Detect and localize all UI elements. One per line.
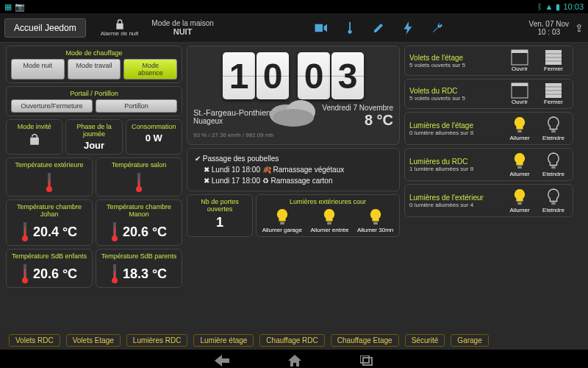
lights-off-button[interactable]: Eteindre <box>539 152 568 177</box>
svg-rect-36 <box>517 130 522 132</box>
unlock-icon <box>114 18 126 30</box>
bluetooth-icon: ᛒ <box>537 2 542 11</box>
home-label[interactable]: Accueil Jeedom <box>4 18 86 38</box>
svg-rect-24 <box>512 50 528 53</box>
consumption-box: Consommation 0 W <box>126 119 182 155</box>
back-icon[interactable] <box>215 355 229 367</box>
svg-rect-23 <box>373 222 378 224</box>
svg-rect-43 <box>363 358 372 365</box>
shutter-close-button[interactable]: Fermer <box>539 82 568 105</box>
guest-mode-box[interactable]: Mode invité <box>6 119 62 155</box>
svg-rect-2 <box>49 180 50 189</box>
header-date: Ven. 07 Nov 10 : 03 <box>529 20 569 36</box>
svg-rect-14 <box>24 269 26 280</box>
temp-salon-box: Température salon <box>96 158 182 197</box>
temp-johan-box: Température chambre Johan 20.4 °C <box>6 199 93 246</box>
clock-m2: 3 <box>331 52 364 99</box>
thermometer-icon <box>21 263 29 284</box>
svg-rect-11 <box>114 227 115 238</box>
tab-volets-etage[interactable]: Volets Etage <box>66 334 121 347</box>
gate-toggle-button[interactable]: Ouverture/Fermeture <box>11 99 93 113</box>
alarm-indicator[interactable]: Alarme de nuit <box>101 18 139 37</box>
tab-securite[interactable]: Sécurité <box>405 334 445 347</box>
shutter-close-button[interactable]: Fermer <box>539 49 568 72</box>
heating-work-button[interactable]: Mode travail <box>68 59 121 79</box>
panel-volets-rdc: Volets du RDC5 volets ouverts sur 5 Ouvr… <box>404 79 573 109</box>
thermometer-icon <box>111 222 118 242</box>
tab-lumieres-rdc[interactable]: Lumières RDC <box>126 334 188 347</box>
android-nav-bar <box>0 350 588 368</box>
bolt-header-icon[interactable] <box>404 21 412 35</box>
panel-volets-etage: Volets de l'étage5 volets ouverts sur 5 … <box>404 46 573 76</box>
temp-sdb-parents-box: Température SdB parents 18.3 °C <box>96 249 182 288</box>
svg-rect-37 <box>551 130 556 132</box>
tab-chauffage-rdc[interactable]: Chauffage RDC <box>259 334 324 347</box>
lights-on-button[interactable]: Allumer <box>505 188 534 213</box>
lights-on-button[interactable]: Allumer <box>505 116 534 141</box>
panel-lumieres-rdc: Lumières du RDC1 lumière allumées sur 8 … <box>404 148 573 181</box>
tab-volets-rdc[interactable]: Volets RDC <box>9 334 60 347</box>
gate-box: Portail / Portillon Ouverture/Fermeture … <box>6 86 182 116</box>
clock-h1: 1 <box>223 52 255 99</box>
light-garage-button[interactable]: Allumer garage <box>262 208 302 233</box>
bottom-tabs: Volets RDC Volets Etage Lumières RDC Lum… <box>0 331 588 350</box>
cloud-icon <box>264 93 323 130</box>
tab-chauffage-etage[interactable]: Chauffage Etage <box>331 334 399 347</box>
svg-rect-5 <box>138 180 140 189</box>
notification-icon: ▦ <box>4 2 12 12</box>
edit-header-icon[interactable] <box>373 22 384 34</box>
lights-on-button[interactable]: Allumer <box>505 152 534 177</box>
unlock-icon <box>27 132 42 147</box>
svg-rect-42 <box>360 355 369 363</box>
thermometer-icon <box>111 263 118 284</box>
home-icon[interactable] <box>288 355 301 367</box>
clock-weather-widget: 1 0 0 3 St.-Fargeau-Ponthierry Nuageux V… <box>187 46 400 145</box>
panel-lumieres-etage: Lumières de l'étage0 lumière allumées su… <box>404 112 573 145</box>
tab-lumiere-etage[interactable]: Lumière étage <box>193 334 254 347</box>
thermometer-icon <box>135 172 143 193</box>
yard-lights-box: Lumières extérieures cour Allumer garage… <box>256 194 400 237</box>
thermometer-icon <box>46 172 53 193</box>
status-time: 10:03 <box>563 2 584 11</box>
svg-rect-21 <box>280 222 284 224</box>
heating-night-button[interactable]: Mode nuit <box>11 59 65 79</box>
camera-header-icon[interactable] <box>314 23 327 33</box>
shutter-open-button[interactable]: Ouvrir <box>505 49 534 72</box>
thermometer-header-icon[interactable] <box>346 21 354 35</box>
svg-rect-17 <box>114 271 115 280</box>
house-mode: Mode de la maison NUIT <box>151 19 214 36</box>
lights-off-button[interactable]: Eteindre <box>539 188 568 213</box>
heating-mode-box: Mode de chauffage Mode nuit Mode travail… <box>6 46 182 83</box>
temp-exterior-box: Température extérieure <box>6 158 93 197</box>
svg-rect-40 <box>517 202 522 205</box>
trash-schedule-box: ✔ Passage des poubelles ✖ Lundi 10 18:00… <box>187 148 400 191</box>
svg-rect-8 <box>24 227 26 238</box>
share-icon[interactable]: ⇪ <box>575 22 584 34</box>
app-header: Accueil Jeedom Alarme de nuit Mode de la… <box>0 13 588 43</box>
day-phase-box: Phase de la journée Jour <box>65 119 122 155</box>
heating-away-button[interactable]: Mode absence <box>123 59 177 79</box>
android-status-bar: ▦ 📷 ᛒ ▲ ▮ 10:03 <box>0 0 588 13</box>
temp-manon-box: Température chambre Manon 20.6 °C <box>96 199 182 246</box>
temp-sdb-enfants-box: Température SdB enfants 20.6 °C <box>6 249 93 288</box>
svg-rect-39 <box>551 166 556 169</box>
svg-rect-22 <box>328 222 332 224</box>
battery-icon: ▮ <box>556 2 560 12</box>
wrench-header-icon[interactable] <box>431 22 443 34</box>
svg-rect-38 <box>517 166 522 169</box>
wifi-icon: ▲ <box>545 2 553 11</box>
shutter-open-button[interactable]: Ouvrir <box>505 82 534 105</box>
portillon-button[interactable]: Portillon <box>96 99 177 113</box>
recent-icon[interactable] <box>360 355 373 366</box>
svg-rect-30 <box>512 83 528 86</box>
open-doors-box: Nb de portes ouvertes 1 <box>187 194 253 237</box>
thermometer-icon <box>21 222 29 242</box>
light-30mn-button[interactable]: Allumer 30mn <box>357 208 393 233</box>
camera-icon: 📷 <box>15 2 25 12</box>
svg-point-20 <box>273 109 314 127</box>
tab-garage[interactable]: Garage <box>451 334 488 347</box>
light-entree-button[interactable]: Allumer entrée <box>310 208 348 233</box>
svg-rect-41 <box>551 202 556 205</box>
lights-off-button[interactable]: Eteindre <box>539 116 568 141</box>
panel-lumieres-ext: Lumières de l'extérieur0 lumière allumée… <box>404 184 573 217</box>
